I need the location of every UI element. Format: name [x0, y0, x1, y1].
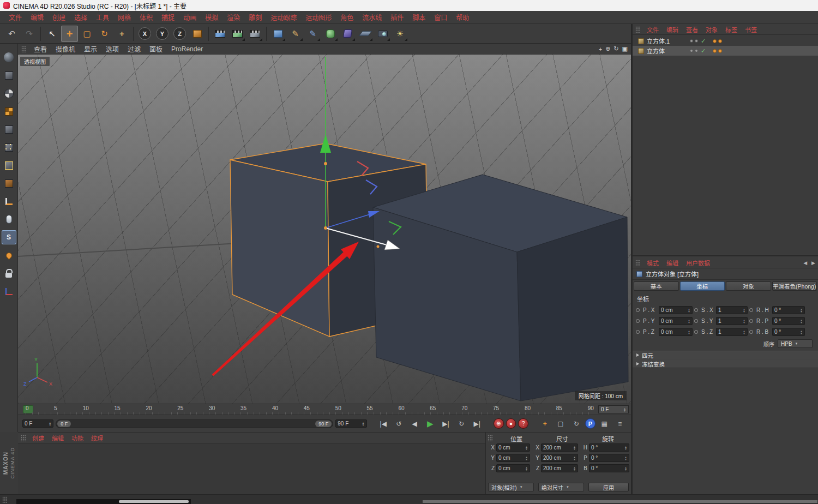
- keyframe-ring[interactable]: [749, 308, 753, 312]
- menu-motion-tracker[interactable]: 运动跟踪: [266, 13, 301, 22]
- menu-simulate[interactable]: 模拟: [201, 13, 222, 22]
- menu-render[interactable]: 渲染: [222, 13, 244, 22]
- record-position-toggle[interactable]: +: [538, 417, 552, 430]
- menu-file[interactable]: 文件: [4, 13, 26, 22]
- deformer-button[interactable]: [339, 26, 356, 42]
- size-z-field[interactable]: 200 cm: [541, 464, 578, 472]
- object-row-cube[interactable]: 立方体 ✓: [633, 46, 818, 56]
- vp-menu-filter[interactable]: 过滤: [124, 44, 145, 53]
- object-tag-icons[interactable]: [713, 49, 722, 53]
- coord-mode-select[interactable]: 对象(相对): [488, 483, 534, 491]
- model-mode-button[interactable]: [2, 68, 16, 82]
- end-frame-field[interactable]: 90 F: [335, 419, 366, 428]
- light-button[interactable]: ☀: [392, 26, 408, 42]
- visibility-toggles[interactable]: [690, 39, 698, 43]
- sy-field[interactable]: 1: [716, 317, 748, 325]
- pos-y-field[interactable]: 0 cm: [496, 454, 530, 462]
- quaternion-group[interactable]: 四元: [633, 351, 818, 359]
- enabled-check-icon[interactable]: ✓: [701, 47, 706, 55]
- menu-snap[interactable]: 捕捉: [157, 13, 179, 22]
- range-start-handle[interactable]: 0 F: [57, 421, 71, 427]
- vp-menu-prorender[interactable]: ProRender: [167, 45, 207, 53]
- timeline-ruler[interactable]: 05 1015 2025 3035 4045 5055 6065 7075 80…: [18, 404, 631, 415]
- panel-grip[interactable]: [635, 260, 641, 266]
- cube-1-object[interactable]: [373, 175, 628, 401]
- start-frame-field[interactable]: 0 F: [22, 419, 53, 428]
- object-row-cube1[interactable]: 立方体.1 ✓: [633, 36, 818, 46]
- menu-edit[interactable]: 编辑: [26, 13, 48, 22]
- rp-field[interactable]: 0 °: [772, 317, 805, 325]
- orbit-view-icon[interactable]: ↻: [614, 45, 618, 52]
- menu-tools[interactable]: 工具: [92, 13, 113, 22]
- rotation-order-select[interactable]: HPB: [778, 339, 813, 348]
- menu-sculpt[interactable]: 雕刻: [244, 13, 266, 22]
- last-tool-button[interactable]: +: [113, 26, 130, 42]
- vp-menu-camera[interactable]: 摄像机: [52, 44, 79, 53]
- next-frame-button[interactable]: ▶|: [439, 417, 453, 430]
- maximize-view-icon[interactable]: ▣: [622, 45, 628, 52]
- axis-mode-button[interactable]: [2, 194, 16, 208]
- sx-field[interactable]: 1: [716, 306, 748, 314]
- polygons-mode-button[interactable]: [2, 176, 16, 190]
- current-frame-display[interactable]: 0 F: [598, 405, 629, 413]
- history-back-icon[interactable]: ◀: [803, 260, 807, 266]
- goto-end-button[interactable]: ▶|: [470, 417, 484, 430]
- rot-b-field[interactable]: 0 °: [589, 464, 629, 472]
- rh-field[interactable]: 0 °: [772, 306, 805, 314]
- animation-palette-button[interactable]: ≡: [613, 417, 627, 430]
- am-menu-mode[interactable]: 模式: [643, 259, 663, 267]
- frame-range-slider[interactable]: 0 F 90 F: [56, 419, 333, 428]
- rotate-tool-button[interactable]: ↻: [96, 26, 113, 42]
- edges-mode-button[interactable]: [2, 158, 16, 172]
- menu-mograph[interactable]: 运动图形: [301, 13, 336, 22]
- panel-grip[interactable]: [21, 46, 27, 52]
- am-menu-userdata[interactable]: 用户数据: [682, 259, 714, 267]
- undo-button[interactable]: ↶: [3, 26, 20, 42]
- make-editable-button[interactable]: [2, 50, 16, 64]
- vp-menu-display[interactable]: 显示: [80, 44, 101, 53]
- move-tool-button[interactable]: +: [61, 26, 78, 42]
- keyframe-ring[interactable]: [636, 319, 640, 323]
- rb-field[interactable]: 0 °: [772, 328, 805, 336]
- scrollbar-thumb[interactable]: [119, 500, 189, 503]
- object-tree[interactable]: 立方体.1 ✓ 立方体 ✓: [633, 35, 818, 254]
- record-scale-toggle[interactable]: ▢: [554, 417, 568, 430]
- om-menu-file[interactable]: 文件: [643, 25, 663, 34]
- render-picture-viewer-button[interactable]: [229, 26, 246, 42]
- om-menu-tags[interactable]: 标签: [721, 25, 741, 34]
- viewport-canvas[interactable]: Y X Z 透视视图 网格间距 : 100 cm: [18, 55, 631, 404]
- enable-snap-button[interactable]: S: [2, 230, 16, 244]
- pos-z-field[interactable]: 0 cm: [496, 464, 530, 472]
- coordinate-system-button[interactable]: [189, 26, 206, 42]
- om-menu-bookmarks[interactable]: 书签: [741, 25, 761, 34]
- menu-select[interactable]: 选择: [70, 13, 92, 22]
- lock-x-axis-button[interactable]: X: [136, 26, 153, 42]
- autokey-button[interactable]: ●: [506, 418, 516, 429]
- zoom-view-icon[interactable]: ⊕: [605, 45, 610, 52]
- apply-button[interactable]: 应用: [588, 483, 629, 491]
- size-y-field[interactable]: 200 cm: [541, 454, 578, 462]
- goto-start-button[interactable]: |◀: [376, 417, 390, 430]
- size-x-field[interactable]: 200 cm: [541, 443, 578, 452]
- record-parameter-toggle[interactable]: P: [585, 418, 596, 429]
- keyframe-ring[interactable]: [749, 330, 753, 334]
- y-axis-handle[interactable]: [320, 134, 331, 153]
- subdivision-surface-button[interactable]: [322, 26, 339, 42]
- object-tag-icons[interactable]: [713, 39, 722, 43]
- menu-pipeline[interactable]: 流水线: [358, 13, 386, 22]
- render-view-button[interactable]: [212, 26, 228, 42]
- keyframe-ring[interactable]: [749, 319, 753, 323]
- py-field[interactable]: 0 cm: [659, 317, 693, 325]
- menu-animate[interactable]: 动画: [179, 13, 201, 22]
- play-button[interactable]: ▶: [423, 417, 437, 430]
- tab-coordinates[interactable]: 坐标: [680, 281, 725, 291]
- history-forward-icon[interactable]: ▶: [811, 260, 815, 266]
- menu-plugins[interactable]: 插件: [386, 13, 408, 22]
- enabled-check-icon[interactable]: ✓: [701, 38, 706, 45]
- mm-menu-texture[interactable]: 纹理: [87, 434, 107, 442]
- render-settings-button[interactable]: [246, 26, 263, 42]
- lock-y-axis-button[interactable]: Y: [154, 26, 171, 42]
- keyframe-ring[interactable]: [694, 319, 698, 323]
- keyframe-ring[interactable]: [636, 308, 640, 312]
- vp-menu-view[interactable]: 查看: [30, 44, 51, 53]
